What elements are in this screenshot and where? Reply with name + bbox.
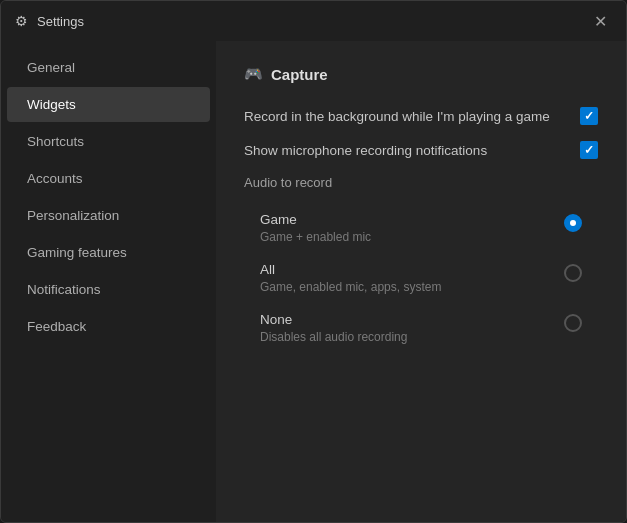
settings-window: ⚙ Settings ✕ GeneralWidgetsShortcutsAcco… (0, 0, 627, 523)
sidebar-item-widgets[interactable]: Widgets (7, 87, 210, 122)
main-panel: 🎮 Capture Record in the background while… (216, 41, 626, 522)
mic-notifications-checkbox[interactable] (580, 141, 598, 159)
window-title: Settings (37, 14, 84, 29)
audio-option-all[interactable]: All Game, enabled mic, apps, system (244, 254, 598, 302)
sidebar-item-notifications[interactable]: Notifications (7, 272, 210, 307)
mic-notifications-label: Show microphone recording notifications (244, 143, 487, 158)
mic-notifications-row: Show microphone recording notifications (244, 135, 598, 165)
audio-option-game[interactable]: Game Game + enabled mic (244, 204, 598, 252)
game-option-text: Game Game + enabled mic (260, 212, 371, 244)
audio-option-none[interactable]: None Disables all audio recording (244, 304, 598, 352)
titlebar-left: ⚙ Settings (13, 13, 84, 29)
sidebar-item-gaming-features[interactable]: Gaming features (7, 235, 210, 270)
settings-window-icon: ⚙ (13, 13, 29, 29)
sidebar: GeneralWidgetsShortcutsAccountsPersonali… (1, 41, 216, 522)
audio-options-group: Game Game + enabled mic All Game, enable… (244, 204, 598, 352)
record-background-checkbox[interactable] (580, 107, 598, 125)
audio-label: Audio to record (244, 175, 598, 190)
game-option-title: Game (260, 212, 371, 227)
record-background-label: Record in the background while I'm playi… (244, 109, 550, 124)
section-icon: 🎮 (244, 65, 263, 83)
game-option-subtitle: Game + enabled mic (260, 230, 371, 244)
game-radio-button[interactable] (564, 214, 582, 232)
all-option-text: All Game, enabled mic, apps, system (260, 262, 441, 294)
sidebar-item-general[interactable]: General (7, 50, 210, 85)
titlebar: ⚙ Settings ✕ (1, 1, 626, 41)
content-area: GeneralWidgetsShortcutsAccountsPersonali… (1, 41, 626, 522)
section-title: Capture (271, 66, 328, 83)
record-background-row: Record in the background while I'm playi… (244, 101, 598, 131)
close-button[interactable]: ✕ (586, 7, 614, 35)
all-option-subtitle: Game, enabled mic, apps, system (260, 280, 441, 294)
none-option-subtitle: Disables all audio recording (260, 330, 407, 344)
all-option-title: All (260, 262, 441, 277)
sidebar-item-feedback[interactable]: Feedback (7, 309, 210, 344)
all-radio-button[interactable] (564, 264, 582, 282)
section-header: 🎮 Capture (244, 65, 598, 83)
none-option-text: None Disables all audio recording (260, 312, 407, 344)
none-radio-button[interactable] (564, 314, 582, 332)
none-option-title: None (260, 312, 407, 327)
sidebar-item-shortcuts[interactable]: Shortcuts (7, 124, 210, 159)
sidebar-item-accounts[interactable]: Accounts (7, 161, 210, 196)
sidebar-item-personalization[interactable]: Personalization (7, 198, 210, 233)
